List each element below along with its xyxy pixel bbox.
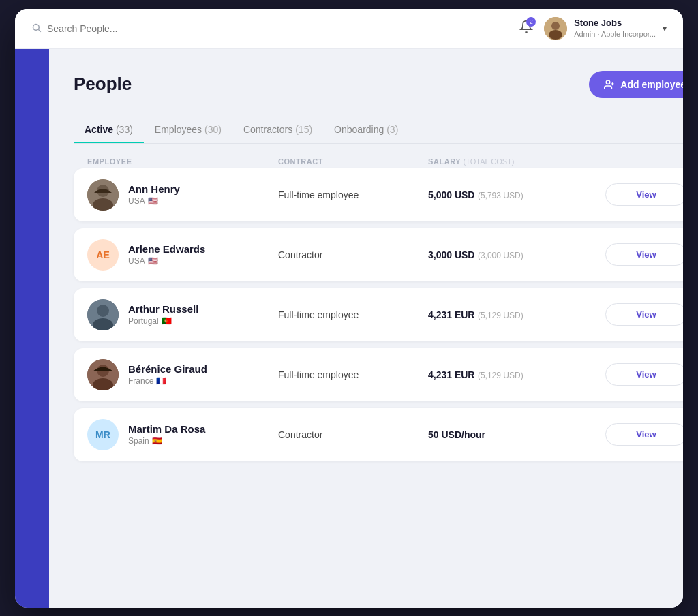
tab-active[interactable]: Active (33) [74,117,144,143]
user-details: Stone Jobs Admin · Apple Incorpor... [574,18,656,39]
table-row: Bérénice Giraud France 🇫🇷 Full-time empl… [74,348,683,401]
nav-right: 2 Stone Jobs Admin · Apple Incorpor... [519,17,667,40]
employee-text-arthur-russell: Arthur Russell Portugal 🇵🇹 [128,303,198,326]
employee-info-martim-da-rosa: MR Martim Da Rosa Spain 🇪🇸 [87,419,278,450]
table-header: EMPLOYEE CONTRACT SALARY (TOTAL COST) [74,157,683,166]
employee-country: USA 🇺🇸 [128,256,205,266]
col-action [605,157,683,166]
add-employee-button[interactable]: Add employee [589,71,683,98]
user-menu[interactable]: Stone Jobs Admin · Apple Incorpor... ▾ [544,17,667,40]
chevron-down-icon: ▾ [663,24,667,33]
tabs-bar: Active (33) Employees (30) Contractors (… [74,117,683,144]
employee-name: Arthur Russell [128,303,198,315]
employee-country: France 🇫🇷 [128,376,207,386]
contract-type: Contractor [278,249,428,260]
employee-country: Spain 🇪🇸 [128,436,205,446]
employee-country: USA 🇺🇸 [128,196,180,206]
col-salary: SALARY (TOTAL COST) [428,157,605,166]
page-title: People [74,74,132,95]
employee-text-ann-henry: Ann Henry USA 🇺🇸 [128,183,180,206]
svg-point-14 [97,305,109,317]
salary-cell: 4,231 EUR (5,129 USD) [428,309,605,321]
layout: People Add employee Active (33) [15,49,683,608]
salary-cell: 5,000 USD (5,793 USD) [428,189,605,201]
table-row: AE Arlene Edwards USA 🇺🇸 Contractor 3,0 [74,228,683,281]
top-nav: 2 Stone Jobs Admin · Apple Incorpor... [15,9,683,49]
employee-name: Arlene Edwards [128,243,205,255]
contract-type: Full-time employee [278,189,428,200]
salary-cell: 4,231 EUR (5,129 USD) [428,369,605,381]
tab-onboarding[interactable]: Onboarding (3) [323,117,409,143]
add-employee-label: Add employee [620,79,683,90]
avatar-arlene-edwards: AE [87,239,119,271]
contract-type: Full-time employee [278,369,428,380]
view-button-ann-henry[interactable]: View [605,183,683,206]
contract-type: Contractor [278,429,428,440]
employee-info-berenice-giraud: Bérénice Giraud France 🇫🇷 [87,359,278,390]
employee-name: Ann Henry [128,183,180,195]
col-contract: CONTRACT [278,157,428,166]
avatar-berenice-giraud [87,359,119,390]
salary-cell: 50 USD/hour [428,429,605,441]
user-name: Stone Jobs [574,18,656,29]
svg-point-4 [549,30,562,40]
employee-name: Martim Da Rosa [128,423,205,435]
device-frame: 2 Stone Jobs Admin · Apple Incorpor... [15,9,683,608]
salary-cell: 3,000 USD (3,000 USD) [428,249,605,261]
table-row: MR Martim Da Rosa Spain 🇪🇸 Contractor 5 [74,408,683,461]
search-icon [31,22,42,35]
page-header: People Add employee [74,71,683,98]
view-button-berenice-giraud[interactable]: View [605,363,683,386]
avatar-arthur-russell [87,299,119,330]
notification-button[interactable]: 2 [519,20,533,37]
employee-text-berenice-giraud: Bérénice Giraud France 🇫🇷 [128,363,207,386]
avatar-ann-henry [87,179,119,211]
table-row: Ann Henry USA 🇺🇸 Full-time employee 5,00… [74,168,683,221]
notification-badge: 2 [526,17,536,27]
contract-type: Full-time employee [278,309,428,320]
employee-info-arlene-edwards: AE Arlene Edwards USA 🇺🇸 [87,239,278,271]
tabs-search-button[interactable] [679,118,683,142]
view-button-arthur-russell[interactable]: View [605,303,683,326]
search-area [31,22,511,35]
employee-country: Portugal 🇵🇹 [128,316,198,326]
employee-table: Ann Henry USA 🇺🇸 Full-time employee 5,00… [74,168,683,461]
tab-contractors[interactable]: Contractors (15) [232,117,323,143]
main-content: People Add employee Active (33) [49,49,683,608]
table-row: Arthur Russell Portugal 🇵🇹 Full-time emp… [74,288,683,341]
sidebar [15,49,49,608]
search-input[interactable] [47,23,183,34]
svg-point-0 [33,24,40,30]
employee-name: Bérénice Giraud [128,363,207,375]
view-button-martim-da-rosa[interactable]: View [605,423,683,446]
svg-point-5 [607,80,610,84]
user-role: Admin · Apple Incorpor... [574,29,656,39]
employee-info-ann-henry: Ann Henry USA 🇺🇸 [87,179,278,211]
user-avatar [544,17,567,40]
col-employee: EMPLOYEE [87,157,278,166]
svg-line-1 [38,29,40,31]
svg-point-3 [551,22,560,30]
tab-employees[interactable]: Employees (30) [144,117,232,143]
view-button-arlene-edwards[interactable]: View [605,243,683,266]
employee-text-arlene-edwards: Arlene Edwards USA 🇺🇸 [128,243,205,266]
avatar-martim-da-rosa: MR [87,419,119,450]
employee-text-martim-da-rosa: Martim Da Rosa Spain 🇪🇸 [128,423,205,446]
employee-info-arthur-russell: Arthur Russell Portugal 🇵🇹 [87,299,278,330]
